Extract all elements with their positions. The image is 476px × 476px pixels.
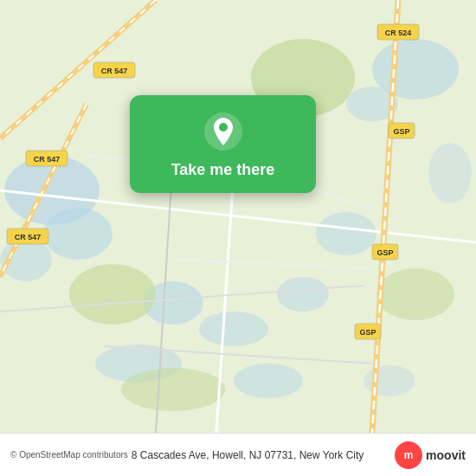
svg-point-11 [363, 365, 415, 396]
svg-text:GSP: GSP [393, 127, 409, 136]
svg-text:CR 524: CR 524 [385, 29, 412, 37]
svg-point-7 [316, 212, 376, 255]
svg-point-2 [43, 208, 113, 260]
footer-left: © OpenStreetMap contributors 8 Cascades … [10, 449, 363, 461]
moovit-logo: m moovit [395, 441, 466, 469]
svg-text:GSP: GSP [359, 328, 376, 337]
svg-point-16 [376, 268, 454, 320]
location-pin-icon [204, 113, 242, 151]
svg-point-47 [219, 123, 228, 132]
svg-text:CR 547: CR 547 [34, 155, 61, 164]
svg-point-10 [234, 363, 303, 398]
svg-text:GSP: GSP [376, 248, 393, 257]
footer-address: 8 Cascades Ave, Howell, NJ 07731, New Yo… [132, 449, 364, 461]
footer: © OpenStreetMap contributors 8 Cascades … [0, 433, 476, 476]
svg-point-15 [69, 264, 156, 325]
svg-point-6 [277, 277, 329, 312]
svg-point-13 [428, 143, 472, 203]
moovit-icon: m [395, 441, 422, 469]
svg-text:CR 547: CR 547 [15, 233, 42, 241]
overlay-card[interactable]: Take me there [130, 95, 316, 193]
svg-point-17 [121, 368, 225, 411]
svg-text:m: m [404, 449, 414, 461]
svg-text:CR 547: CR 547 [101, 67, 128, 75]
moovit-text: moovit [426, 448, 466, 462]
map-container: CR 547 CR 547 CR 547 CR 524 GSP GSP GSP [0, 0, 476, 433]
copyright-text: © OpenStreetMap contributors [10, 450, 128, 460]
take-me-there-button[interactable]: Take me there [171, 161, 275, 179]
svg-point-5 [199, 312, 268, 346]
